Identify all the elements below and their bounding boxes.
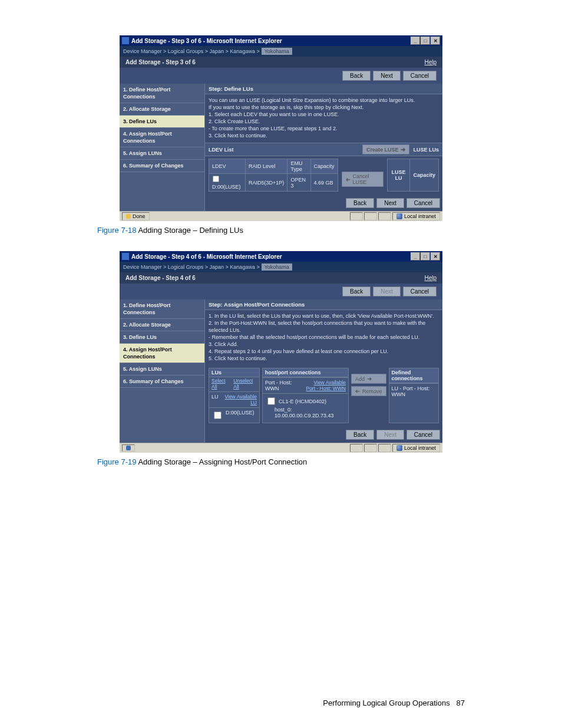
help-link-b[interactable]: Help <box>424 275 437 281</box>
breadcrumb-current: Yokohama <box>262 48 292 55</box>
triple-panel: LUs Select All Unselect All LU View Avai… <box>205 365 442 427</box>
step-4-b[interactable]: 4. Assign Host/Port Connections <box>120 344 204 363</box>
ie-icon <box>122 253 129 260</box>
step-5[interactable]: 5. Assign LUNs <box>120 147 204 160</box>
step-4[interactable]: 4. Assign Host/Port Connections <box>120 128 204 147</box>
luse-lus-label: LUSE LUs <box>413 147 439 153</box>
wizard-sidebar-b: 1. Define Host/Port Connections 2. Alloc… <box>120 299 205 443</box>
mid-button-row-b: Back Next Cancel <box>205 427 442 443</box>
window-title-b: Add Storage - Step 4 of 6 - Microsoft In… <box>131 253 282 260</box>
conn-checkbox[interactable] <box>267 397 275 405</box>
step-1-b[interactable]: 1. Define Host/Port Connections <box>120 299 204 319</box>
step-title-bar-b: Add Storage - Step 4 of 6 Help <box>120 272 442 284</box>
ldev-list-header: LDEV List Create LUSE LUSE LUs <box>205 143 442 156</box>
step-1[interactable]: 1. Define Host/Port Connections <box>120 84 204 103</box>
step-title: Add Storage - Step 3 of 6 <box>125 59 196 65</box>
view-available-lu-link[interactable]: View Available LU <box>221 394 257 406</box>
step-5-b[interactable]: 5. Assign LUNs <box>120 363 204 375</box>
back-button-b[interactable]: Back <box>342 286 371 297</box>
zone-icon <box>396 213 402 219</box>
step-header: Step: Define LUs <box>205 84 442 94</box>
step-header-b: Step: Assign Host/Port Connections <box>205 299 442 310</box>
status-bar-b: Local intranet <box>120 443 442 453</box>
cancel-button-2[interactable]: Cancel <box>406 198 440 208</box>
status-bar: Done Local intranet <box>120 211 442 221</box>
figure-b-window: Add Storage - Step 4 of 6 - Microsoft In… <box>120 251 442 453</box>
back-button-2[interactable]: Back <box>346 198 374 208</box>
step-title-bar: Add Storage - Step 3 of 6 Help <box>120 57 442 68</box>
ie-icon <box>122 37 129 44</box>
zone-icon <box>396 445 402 451</box>
step-6[interactable]: 6. Summary of Changes <box>120 160 204 172</box>
ldev-row[interactable]: D:00(LUSE) RAID5(3D+1P) OPEN 3 4.69 GB <box>209 174 338 192</box>
content-area-b: Step: Assign Host/Port Connections 1. In… <box>205 299 442 443</box>
maximize-button[interactable]: □ <box>421 252 430 261</box>
step-3-b[interactable]: 3. Define LUs <box>120 331 204 344</box>
title-bar-b: Add Storage - Step 4 of 6 - Microsoft In… <box>120 251 442 262</box>
luse-table: LUSE LUCapacity <box>387 159 439 192</box>
help-link[interactable]: Help <box>424 59 437 65</box>
minimize-button[interactable]: _ <box>411 37 420 45</box>
ldev-table: LDEV RAID Level EMU Type Capacity D:00(L… <box>209 159 338 192</box>
top-button-row-b: Back Next Cancel <box>120 284 442 299</box>
mid-button-row: Back Next Cancel <box>205 195 442 211</box>
breadcrumb: Device Manager > Logical Groups > Japan … <box>120 46 442 57</box>
maximize-button[interactable]: □ <box>421 37 430 45</box>
action-buttons: Add Remove <box>351 368 386 423</box>
lus-column: LUs Select All Unselect All LU View Avai… <box>209 368 260 423</box>
minimize-button[interactable]: _ <box>411 252 420 261</box>
cancel-button[interactable]: Cancel <box>403 71 437 81</box>
status-done: Done <box>122 212 150 220</box>
back-button-b2[interactable]: Back <box>346 430 374 440</box>
title-bar: Add Storage - Step 3 of 6 - Microsoft In… <box>120 35 442 46</box>
ldev-checkbox[interactable] <box>213 176 219 182</box>
status-done-b <box>122 444 135 452</box>
content-area: Step: Define LUs You can use an LUSE (Lo… <box>205 84 442 211</box>
create-luse-button[interactable]: Create LUSE <box>362 144 410 154</box>
remove-button[interactable]: Remove <box>351 386 386 396</box>
add-button[interactable]: Add <box>351 374 386 384</box>
lu-row[interactable]: D:00(LUSE) <box>209 407 259 423</box>
figure-a-window: Add Storage - Step 3 of 6 - Microsoft In… <box>120 35 442 221</box>
instructions-b: 1. In the LU list, select the LUs that y… <box>205 310 442 365</box>
view-available-phw-link[interactable]: View Available Port - Host: WWN <box>306 380 346 391</box>
page-footer: Performing Logical Group Operations 87 <box>323 699 465 707</box>
select-all-link[interactable]: Select All <box>211 378 230 390</box>
step-3[interactable]: 3. Define LUs <box>120 116 204 128</box>
next-button-b[interactable]: Next <box>373 286 401 297</box>
close-button[interactable]: ✕ <box>431 37 440 45</box>
lu-checkbox[interactable] <box>214 411 222 419</box>
hostport-column: host/port connections Port - Host: WWN V… <box>262 368 349 423</box>
figure-2-caption: Figure 7-19 Adding Storage – Assigning H… <box>97 457 465 466</box>
next-button-2[interactable]: Next <box>376 198 404 208</box>
next-button-b2[interactable]: Next <box>376 430 404 440</box>
step-6-b[interactable]: 6. Summary of Changes <box>120 375 204 388</box>
cancel-luse-button[interactable]: Cancel LUSE <box>342 172 384 187</box>
cancel-button-b2[interactable]: Cancel <box>406 430 440 440</box>
cancel-button-b[interactable]: Cancel <box>403 286 437 297</box>
back-button[interactable]: Back <box>342 71 371 81</box>
window-title: Add Storage - Step 3 of 6 - Microsoft In… <box>131 38 282 44</box>
figure-1-caption: Figure 7-18 Adding Storage – Defining LU… <box>97 226 465 235</box>
conn-row[interactable]: CL1-E (HCMD0402) host_0: 10.00.00.00.C9.… <box>263 393 348 420</box>
breadcrumb-b: Device Manager > Logical Groups > Japan … <box>120 262 442 272</box>
top-button-row: Back Next Cancel <box>120 68 442 84</box>
step-2[interactable]: 2. Allocate Storage <box>120 103 204 116</box>
step-2-b[interactable]: 2. Allocate Storage <box>120 319 204 331</box>
unselect-all-link[interactable]: Unselect All <box>233 378 257 390</box>
instructions: You can use an LUSE (Logical Unit Size E… <box>205 94 442 143</box>
close-button[interactable]: ✕ <box>431 252 440 261</box>
security-zone: Local intranet <box>392 212 440 220</box>
defined-column: Defined connections LU - Port - Host: WW… <box>389 368 439 423</box>
wizard-sidebar: 1. Define Host/Port Connections 2. Alloc… <box>120 84 205 211</box>
next-button[interactable]: Next <box>373 71 401 81</box>
